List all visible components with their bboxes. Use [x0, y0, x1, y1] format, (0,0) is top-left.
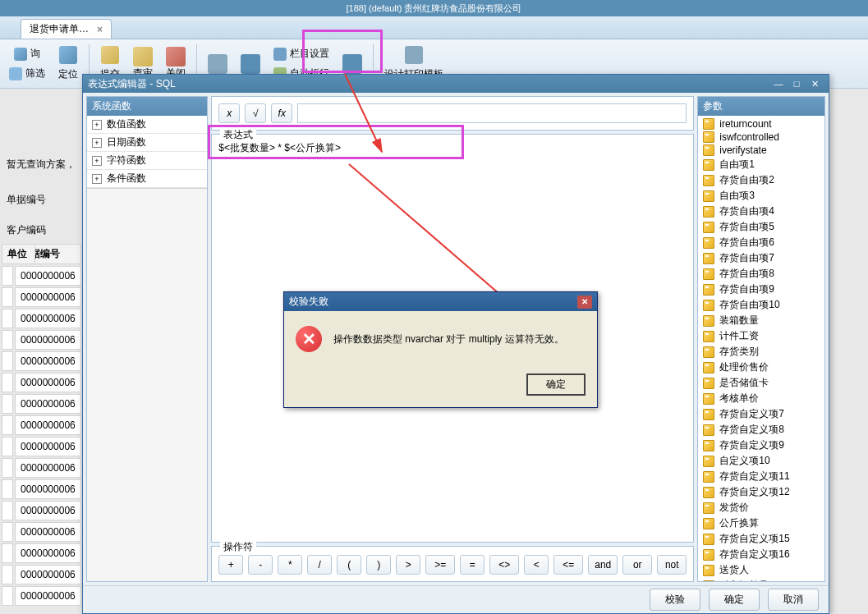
sql-titlebar[interactable]: 表达式编辑器 - SQL — □ ✕ — [83, 75, 829, 93]
param-item[interactable]: 存货自由项2 — [700, 172, 823, 188]
param-item[interactable]: 处理价售价 — [700, 360, 823, 375]
formula-cancel-button[interactable]: x — [218, 103, 240, 123]
sys-func-item[interactable]: +条件函数 — [87, 170, 207, 188]
table-row[interactable]: 0000000006 — [2, 309, 81, 328]
param-item[interactable]: 存货自由项6 — [700, 235, 823, 250]
tab-label: 退货申请单… — [30, 22, 89, 36]
query-button[interactable]: 询 — [3, 44, 51, 64]
locate-button[interactable]: 定位 — [53, 41, 84, 87]
param-item[interactable]: 对方订单号 — [700, 578, 823, 581]
expand-icon[interactable]: + — [92, 138, 102, 148]
param-item[interactable]: 公斤换算 — [700, 515, 823, 531]
param-item[interactable]: 存货自定义项11 — [700, 469, 823, 484]
cancel-button[interactable]: 取消 — [768, 589, 819, 611]
param-icon — [703, 534, 714, 545]
table-row[interactable]: 0000000006 — [2, 458, 81, 478]
minimize-button[interactable]: — — [769, 77, 788, 90]
formula-fx-button[interactable]: fx — [271, 103, 292, 123]
msgbox-titlebar[interactable]: 校验失败 ✕ — [284, 292, 597, 311]
table-row[interactable]: 0000000006 — [2, 565, 81, 584]
operator-button[interactable]: <> — [489, 555, 519, 575]
param-item[interactable]: 存货自由项9 — [700, 282, 823, 297]
operator-button[interactable]: or — [622, 555, 652, 575]
operator-button[interactable]: ) — [366, 555, 391, 575]
param-item[interactable]: 存货自由项5 — [700, 219, 823, 235]
table-row[interactable]: 0000000006 — [2, 586, 81, 606]
sys-func-item[interactable]: +数值函数 — [87, 116, 207, 134]
formula-input[interactable] — [297, 103, 687, 123]
table-row[interactable]: 0000000006 — [2, 437, 81, 456]
table-row[interactable]: 0000000006 — [2, 266, 81, 286]
table-row[interactable]: 0000000006 — [2, 501, 81, 520]
sys-func-item[interactable]: +日期函数 — [87, 134, 207, 152]
operator-button[interactable]: + — [218, 555, 243, 575]
sys-func-item[interactable]: +字符函数 — [87, 152, 207, 170]
table-row[interactable]: 0000000006 — [2, 287, 81, 307]
params-list[interactable]: ireturncountiswfcontrollediverifystate自由… — [698, 116, 824, 581]
sys-func-header: 系统函数 — [87, 97, 207, 116]
param-item[interactable]: 自由项1 — [700, 157, 823, 172]
maximize-button[interactable]: □ — [788, 77, 806, 90]
param-icon — [703, 393, 714, 405]
param-item[interactable]: iswfcontrolled — [700, 131, 823, 144]
operator-button[interactable]: > — [396, 555, 420, 575]
operator-button[interactable]: not — [657, 555, 687, 575]
operator-button[interactable]: < — [524, 555, 549, 575]
ok-button[interactable]: 确定 — [709, 589, 760, 611]
col-unit[interactable]: 单位 — [2, 244, 35, 264]
operator-button[interactable]: <= — [553, 555, 583, 575]
expand-icon[interactable]: + — [92, 156, 102, 166]
param-item[interactable]: 装箱数量 — [700, 313, 823, 328]
param-item[interactable]: 存货自由项7 — [700, 250, 823, 266]
param-item[interactable]: 存货自由项4 — [700, 204, 823, 219]
formula-accept-button[interactable]: √ — [245, 103, 266, 123]
operators-panel: 操作符 +-*/()>>==<><<=andornot — [211, 546, 694, 582]
table-row[interactable]: 0000000006 — [2, 479, 81, 499]
msgbox-close-icon[interactable]: ✕ — [577, 296, 592, 309]
validate-button[interactable]: 校验 — [650, 589, 700, 611]
param-item[interactable]: 存货自定义项16 — [700, 547, 823, 562]
table-row[interactable]: 0000000006 — [2, 373, 81, 392]
table-row[interactable]: 0000000006 — [2, 543, 81, 563]
param-item[interactable]: iverifystate — [700, 144, 823, 157]
table-row[interactable]: 0000000006 — [2, 330, 81, 350]
param-item[interactable]: 存货自定义项9 — [700, 438, 823, 453]
param-icon — [703, 549, 714, 561]
param-item[interactable]: 考核单价 — [700, 391, 823, 406]
param-item[interactable]: 发货价 — [700, 500, 823, 515]
param-item[interactable]: 自定义项10 — [700, 453, 823, 469]
param-item[interactable]: 计件工资 — [700, 328, 823, 344]
operator-button[interactable]: and — [588, 555, 618, 575]
operator-button[interactable]: - — [248, 555, 273, 575]
tab-return-request[interactable]: 退货申请单… × — [21, 19, 112, 39]
params-panel: 参数 ireturncountiswfcontrollediverifystat… — [697, 96, 825, 582]
param-item[interactable]: 存货自定义项8 — [700, 422, 823, 438]
param-item[interactable]: ireturncount — [700, 117, 823, 131]
param-item[interactable]: 送货人 — [700, 562, 823, 578]
close-dialog-button[interactable]: ✕ — [806, 77, 824, 90]
table-row[interactable]: 0000000006 — [2, 522, 81, 542]
tab-close-icon[interactable]: × — [97, 24, 103, 35]
param-item[interactable]: 是否储值卡 — [700, 375, 823, 391]
operator-button[interactable]: * — [278, 555, 302, 575]
table-row[interactable]: 0000000006 — [2, 394, 81, 414]
expand-icon[interactable]: + — [92, 120, 102, 130]
msgbox-ok-button[interactable]: 确定 — [526, 373, 586, 396]
param-item[interactable]: 存货自由项8 — [700, 266, 823, 282]
operator-button[interactable]: = — [460, 555, 485, 575]
table-row[interactable]: 0000000006 — [2, 351, 81, 371]
column-setting-button[interactable]: 栏目设置 — [268, 44, 335, 64]
param-item[interactable]: 自由项3 — [700, 188, 823, 204]
param-item[interactable]: 存货类别 — [700, 344, 823, 360]
filter-icon — [9, 67, 22, 80]
operator-button[interactable]: >= — [425, 555, 455, 575]
expand-icon[interactable]: + — [92, 174, 102, 184]
operator-button[interactable]: ( — [337, 555, 361, 575]
param-item[interactable]: 存货自定义项15 — [700, 531, 823, 547]
table-row[interactable]: 0000000006 — [2, 415, 81, 435]
operator-button[interactable]: / — [307, 555, 332, 575]
param-item[interactable]: 存货自定义项7 — [700, 406, 823, 422]
filter-button[interactable]: 筛选 — [3, 64, 51, 84]
param-item[interactable]: 存货自由项10 — [700, 297, 823, 313]
param-item[interactable]: 存货自定义项12 — [700, 484, 823, 500]
